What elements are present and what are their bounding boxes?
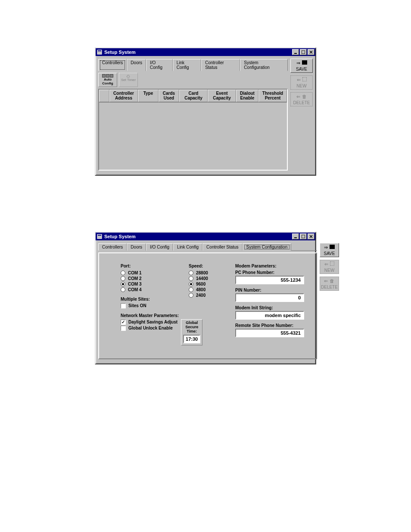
remote-phone-label: Remote Site Phone Number: bbox=[235, 323, 308, 328]
daylight-savings-checkbox[interactable]: Daylight Savings Adjust bbox=[121, 319, 177, 325]
speed-9600[interactable]: 9600 bbox=[189, 281, 219, 287]
arrow-right-icon: ⇒ bbox=[324, 245, 328, 250]
tab-link-config[interactable]: Link Config bbox=[173, 59, 201, 71]
global-unlock-checkbox[interactable]: Global Unlock Enable bbox=[121, 325, 177, 331]
trash-icon: 🗑 bbox=[330, 278, 334, 284]
port-com1[interactable]: COM 1 bbox=[121, 270, 172, 276]
tab-controller-status[interactable]: Controller Status bbox=[202, 243, 242, 251]
tab-controllers[interactable]: Controllers bbox=[98, 243, 127, 251]
controllers-grid: ControllerAddress Type CardsUsed CardCap… bbox=[98, 89, 288, 171]
auto-config-button[interactable]: AutoConfig bbox=[98, 73, 117, 87]
new-button: ⇐ NEW bbox=[290, 75, 313, 90]
set-timer-button[interactable]: ⏲ Set Timer bbox=[119, 73, 138, 87]
tab-controller-status[interactable]: Controller Status bbox=[201, 59, 240, 71]
column-type[interactable]: Type bbox=[138, 90, 159, 102]
speed-14400[interactable]: 14400 bbox=[189, 276, 219, 281]
arrow-icon: ⇐ bbox=[297, 77, 301, 83]
arrow-icon: ⇐ bbox=[324, 261, 328, 267]
port-com2[interactable]: COM 2 bbox=[121, 276, 172, 281]
network-master-label: Network Master Parameters: bbox=[121, 313, 172, 318]
window-title: Setup System bbox=[104, 234, 291, 239]
system-configuration-panel: Port: COM 1 COM 2 COM 3 COM 4 Multiple S… bbox=[98, 252, 317, 359]
maximize-button[interactable] bbox=[300, 233, 307, 240]
tab-system-configuration[interactable]: System Configuration bbox=[240, 59, 288, 71]
maximize-button[interactable] bbox=[300, 49, 307, 55]
arrow-icon: ⇐ bbox=[324, 278, 328, 284]
sites-on-checkbox[interactable]: Sites ON bbox=[121, 303, 172, 309]
new-button: ⇐ NEW bbox=[320, 260, 339, 274]
save-button[interactable]: ⇒ SAVE bbox=[320, 243, 339, 257]
grid-body[interactable] bbox=[99, 102, 287, 170]
setup-system-window-1: Setup System Controllers Doors I/O Confi… bbox=[95, 47, 316, 176]
titlebar[interactable]: Setup System bbox=[96, 48, 315, 56]
save-button[interactable]: ⇒ SAVE bbox=[290, 59, 313, 73]
remote-phone-input[interactable]: 555-4321 bbox=[235, 329, 304, 337]
speed-2400[interactable]: 2400 bbox=[189, 292, 219, 298]
setup-system-window-2: Setup System Controllers Doors I/O Confi… bbox=[95, 232, 316, 364]
toolbar: AutoConfig ⏲ Set Timer bbox=[98, 73, 288, 87]
svg-rect-3 bbox=[302, 50, 305, 54]
modem-init-string-input[interactable]: modem specific bbox=[235, 311, 304, 320]
multiple-sites-label: Multiple Sites: bbox=[121, 297, 172, 302]
svg-rect-9 bbox=[302, 235, 305, 238]
pc-phone-label: PC Phone Number: bbox=[235, 270, 308, 275]
column-card-capacity[interactable]: CardCapacity bbox=[179, 90, 208, 102]
tab-controllers[interactable]: Controllers bbox=[98, 59, 127, 71]
grid-header: ControllerAddress Type CardsUsed CardCap… bbox=[99, 90, 287, 102]
column-selector[interactable] bbox=[99, 90, 109, 102]
port-com3[interactable]: COM 3 bbox=[121, 281, 172, 287]
tab-link-config[interactable]: Link Config bbox=[173, 243, 202, 251]
delete-button: ⇐🗑 DELETE bbox=[290, 92, 313, 106]
port-com4[interactable]: COM 4 bbox=[121, 287, 172, 292]
titlebar[interactable]: Setup System bbox=[96, 233, 315, 240]
svg-rect-2 bbox=[294, 53, 297, 54]
tab-io-config[interactable]: I/O Config bbox=[146, 59, 173, 71]
pc-phone-input[interactable]: 555-1234 bbox=[235, 276, 304, 284]
close-button[interactable] bbox=[308, 233, 314, 240]
tab-doors[interactable]: Doors bbox=[127, 59, 146, 71]
new-card-icon bbox=[302, 77, 307, 81]
port-label: Port: bbox=[121, 264, 172, 268]
system-menu-icon[interactable] bbox=[97, 49, 103, 55]
svg-rect-8 bbox=[294, 237, 297, 238]
minimize-button[interactable] bbox=[292, 49, 299, 55]
system-menu-icon[interactable] bbox=[97, 233, 103, 240]
tab-io-config[interactable]: I/O Config bbox=[146, 243, 173, 251]
disk-icon bbox=[330, 245, 335, 249]
speed-label: Speed: bbox=[189, 264, 219, 268]
tabs: Controllers Doors I/O Config Link Config… bbox=[98, 243, 317, 251]
column-threshold-percent[interactable]: ThresholdPercent bbox=[258, 90, 287, 102]
trash-icon: 🗑 bbox=[302, 94, 307, 100]
speed-4800[interactable]: 4800 bbox=[189, 287, 219, 292]
column-dialout-enable[interactable]: DialoutEnable bbox=[236, 90, 258, 102]
modem-parameters-label: Modem Parameters: bbox=[235, 264, 308, 268]
tabs: Controllers Doors I/O Config Link Config… bbox=[98, 59, 288, 71]
tab-system-configuration[interactable]: System Configuration bbox=[243, 243, 292, 251]
arrow-right-icon: ⇒ bbox=[296, 60, 300, 66]
svg-rect-7 bbox=[98, 235, 101, 236]
close-button[interactable] bbox=[308, 49, 314, 55]
pin-number-input[interactable]: 0 bbox=[235, 293, 304, 302]
tab-doors[interactable]: Doors bbox=[127, 243, 146, 251]
window-title: Setup System bbox=[104, 50, 291, 55]
new-card-icon bbox=[330, 261, 334, 266]
arrow-icon: ⇐ bbox=[296, 94, 300, 100]
svg-rect-1 bbox=[98, 50, 101, 51]
modem-init-string-label: Modem Init String: bbox=[235, 305, 308, 310]
delete-button: ⇐🗑 DELETE bbox=[320, 277, 339, 291]
minimize-button[interactable] bbox=[292, 233, 299, 240]
pin-number-label: PIN Number: bbox=[235, 288, 308, 292]
column-event-capacity[interactable]: EventCapacity bbox=[208, 90, 236, 102]
disk-icon bbox=[302, 60, 307, 65]
column-controller-address[interactable]: ControllerAddress bbox=[109, 90, 138, 102]
speed-28800[interactable]: 28800 bbox=[189, 270, 219, 276]
column-cards-used[interactable]: CardsUsed bbox=[159, 90, 179, 102]
